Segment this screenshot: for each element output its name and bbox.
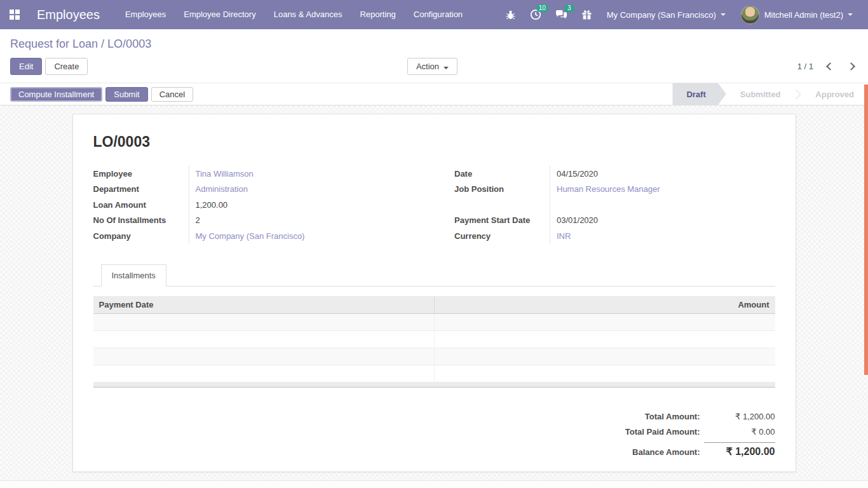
bug-icon xyxy=(505,10,516,20)
breadcrumb-parent-link[interactable]: Request for Loan xyxy=(10,37,98,50)
stage-approved[interactable]: Approved xyxy=(801,83,868,105)
field-job-position: Job Position Human Resources Manager xyxy=(454,182,775,198)
totals-block: Total Amount: ₹ 1,200.00 Total Paid Amou… xyxy=(93,412,775,463)
user-menu[interactable]: Mitchell Admin (test2) xyxy=(733,0,860,29)
pager-previous-button[interactable] xyxy=(826,62,834,71)
debug-bug-icon[interactable] xyxy=(498,0,523,29)
field-loan-amount: Loan Amount 1,200.00 xyxy=(93,197,435,213)
company-name: My Company (San Francisco) xyxy=(607,10,716,20)
company-link[interactable]: My Company (San Francisco) xyxy=(196,231,305,241)
messages-badge: 3 xyxy=(564,4,574,12)
stage-steps: Draft Submitted Approved xyxy=(672,83,868,105)
field-group-right: Date 04/15/2020 Job Position Human Resou… xyxy=(434,166,775,244)
create-button[interactable]: Create xyxy=(45,58,88,75)
pager-next-button[interactable] xyxy=(847,62,855,71)
table-row xyxy=(93,348,775,365)
top-navbar: Employees Employees Employee Directory L… xyxy=(0,0,868,29)
total-amount-value: ₹ 1,200.00 xyxy=(704,412,775,421)
table-footer-row xyxy=(93,383,775,388)
tab-bar: Installments xyxy=(93,264,775,287)
menu-item-configuration[interactable]: Configuration xyxy=(405,0,471,29)
gift-menu-button[interactable] xyxy=(574,0,599,29)
date-value: 04/15/2020 xyxy=(557,169,598,179)
table-row xyxy=(93,365,775,383)
main-menu: Employees Employee Directory Loans & Adv… xyxy=(116,0,471,29)
apps-menu-button[interactable] xyxy=(0,0,29,29)
menu-item-loans-advances[interactable]: Loans & Advances xyxy=(265,0,351,29)
table-header-row: Payment Date Amount xyxy=(93,296,775,314)
gift-icon xyxy=(581,10,592,20)
field-company: Company My Company (San Francisco) xyxy=(93,228,435,244)
form-sheet: LO/0003 Employee Tina Williamson Departm… xyxy=(72,114,796,472)
field-payment-start-date: Payment Start Date 03/01/2020 xyxy=(454,213,775,229)
total-amount-row: Total Amount: ₹ 1,200.00 xyxy=(645,412,775,421)
installments-count-value: 2 xyxy=(196,215,200,225)
table-row xyxy=(93,314,775,331)
field-groups: Employee Tina Williamson Department Admi… xyxy=(93,166,775,244)
pager: 1 / 1 xyxy=(797,62,858,71)
field-employee: Employee Tina Williamson xyxy=(93,166,435,182)
user-name: Mitchell Admin (test2) xyxy=(764,10,843,20)
tab-installments[interactable]: Installments xyxy=(101,264,166,287)
form-view-container: LO/0003 Employee Tina Williamson Departm… xyxy=(0,105,868,486)
apps-grid-icon xyxy=(10,10,20,20)
loan-amount-value: 1,200.00 xyxy=(196,200,228,210)
breadcrumb-current: LO/0003 xyxy=(107,37,151,50)
total-paid-amount-row: Total Paid Amount: ₹ 0.00 xyxy=(625,427,775,437)
edit-button[interactable]: Edit xyxy=(10,58,42,75)
total-paid-amount-value: ₹ 0.00 xyxy=(704,427,775,437)
control-panel-buttons: Edit Create Action 1 / 1 xyxy=(10,58,858,83)
field-department: Department Administration xyxy=(93,182,435,198)
column-header-amount[interactable]: Amount xyxy=(434,296,775,314)
action-dropdown[interactable]: Action xyxy=(407,58,461,75)
control-panel: Request for Loan / LO/0003 Edit Create A… xyxy=(0,29,868,83)
field-date: Date 04/15/2020 xyxy=(454,166,775,182)
activity-menu-button[interactable]: 10 xyxy=(523,0,548,29)
breadcrumb-separator: / xyxy=(98,37,107,50)
chevron-down-icon xyxy=(444,67,449,69)
currency-link[interactable]: INR xyxy=(557,231,571,241)
table-row xyxy=(93,331,775,348)
balance-amount-row: Balance Amount: ₹ 1,200.00 xyxy=(632,442,775,458)
field-group-left: Employee Tina Williamson Department Admi… xyxy=(93,166,435,244)
column-header-payment-date[interactable]: Payment Date xyxy=(93,296,435,314)
menu-item-employees[interactable]: Employees xyxy=(116,0,175,29)
record-title: LO/0003 xyxy=(93,133,775,151)
submit-button[interactable]: Submit xyxy=(105,87,147,102)
form-statusbar: Compute Installment Submit Cancel Draft … xyxy=(0,83,868,105)
stage-draft[interactable]: Draft xyxy=(672,83,726,105)
total-paid-amount-label: Total Paid Amount: xyxy=(625,427,700,437)
chevron-down-icon xyxy=(848,13,853,16)
cancel-button[interactable]: Cancel xyxy=(151,87,193,102)
messages-menu-button[interactable]: 3 xyxy=(548,0,574,29)
employee-link[interactable]: Tina Williamson xyxy=(196,169,254,179)
action-button[interactable]: Action xyxy=(407,58,458,75)
field-currency: Currency INR xyxy=(454,228,775,244)
scrollbar-thumb[interactable] xyxy=(864,85,868,375)
installments-table: Payment Date Amount xyxy=(93,296,775,388)
breadcrumb: Request for Loan / LO/0003 xyxy=(10,37,858,51)
menu-item-reporting[interactable]: Reporting xyxy=(351,0,404,29)
notebook: Installments Payment Date Amount xyxy=(93,264,775,464)
bottom-strip xyxy=(0,480,868,488)
menu-item-employee-directory[interactable]: Employee Directory xyxy=(175,0,264,29)
field-installments-count: No Of Installments 2 xyxy=(93,213,435,229)
stage-submitted[interactable]: Submitted xyxy=(726,83,795,105)
navbar-systray: 10 3 My Company (San Francisco) Mitchell… xyxy=(498,0,860,29)
job-position-link[interactable]: Human Resources Manager xyxy=(557,184,660,194)
payment-start-date-value: 03/01/2020 xyxy=(557,215,598,225)
field-spacer-row xyxy=(454,197,775,213)
total-amount-label: Total Amount: xyxy=(645,412,700,421)
activity-badge: 10 xyxy=(536,4,548,12)
department-link[interactable]: Administration xyxy=(196,184,248,194)
balance-amount-value: ₹ 1,200.00 xyxy=(704,442,775,458)
pager-counter[interactable]: 1 / 1 xyxy=(797,62,813,71)
compute-installment-button[interactable]: Compute Installment xyxy=(10,87,102,102)
user-avatar xyxy=(741,6,759,24)
balance-amount-label: Balance Amount: xyxy=(632,447,700,457)
chevron-down-icon xyxy=(721,13,726,16)
company-switcher[interactable]: My Company (San Francisco) xyxy=(599,0,733,29)
app-brand[interactable]: Employees xyxy=(37,8,100,22)
